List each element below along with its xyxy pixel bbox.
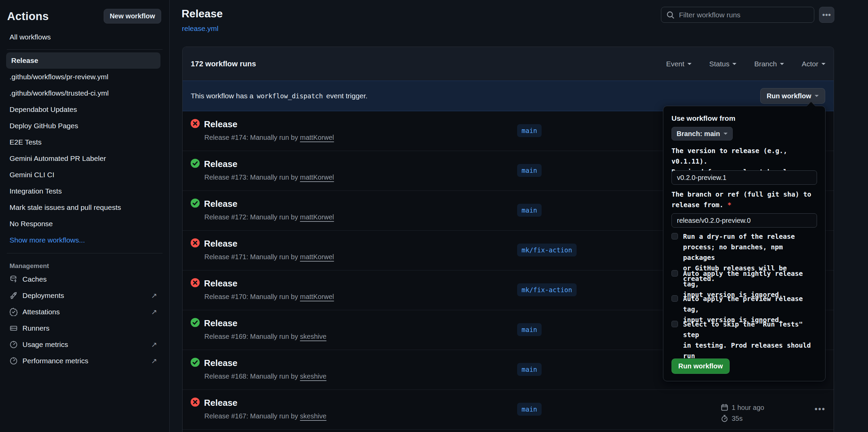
filter-label: Branch	[754, 60, 777, 68]
sidebar-item-all-workflows[interactable]: All workflows	[0, 23, 169, 45]
search-icon	[666, 11, 675, 19]
run-title-link[interactable]: Release	[204, 358, 237, 368]
sidebar-item-performance-metrics[interactable]: Performance metrics↗	[0, 353, 169, 369]
run-description: Release #167: Manually run by skeshive	[204, 412, 326, 420]
external-link-icon: ↗	[151, 340, 157, 349]
sidebar-item-usage-metrics[interactable]: Usage metrics↗	[0, 336, 169, 353]
chevron-down-icon	[687, 63, 692, 67]
run-workflow-dropdown-button[interactable]: Run workflow	[760, 88, 825, 104]
checkbox[interactable]	[671, 321, 678, 327]
actor-link[interactable]: skeshive	[300, 412, 326, 420]
actor-link[interactable]: mattKorwel	[300, 293, 334, 300]
run-title-link[interactable]: Release	[204, 199, 237, 209]
new-workflow-button[interactable]: New workflow	[104, 9, 161, 23]
sidebar-item-deployments[interactable]: Deployments↗	[0, 287, 169, 304]
sidebar-item-label: Runners	[22, 324, 157, 332]
sidebar-workflow-item[interactable]: Integration Tests	[0, 183, 169, 199]
server-icon	[10, 324, 18, 332]
run-title-link[interactable]: Release	[204, 278, 237, 289]
workflow-overflow-menu-button[interactable]: •••	[819, 7, 834, 23]
external-link-icon: ↗	[151, 357, 157, 365]
page-title: Release	[182, 7, 223, 20]
sidebar-item-release-selected[interactable]: Release	[6, 52, 160, 69]
branch-badge[interactable]: main	[517, 323, 542, 336]
actor-link[interactable]: mattKorwel	[300, 173, 334, 181]
branch-badge[interactable]: mk/fix-action	[517, 244, 577, 256]
sidebar-workflow-item[interactable]: Gemini CLI CI	[0, 167, 169, 183]
workflow-run-row-partial	[183, 430, 834, 432]
show-more-workflows-link[interactable]: Show more workflows...	[0, 232, 169, 248]
filter-workflow-runs-box	[661, 7, 814, 23]
gauge-icon	[10, 340, 18, 349]
checkbox[interactable]	[671, 233, 678, 239]
sidebar-workflow-item[interactable]: Deploy GitHub Pages	[0, 118, 169, 134]
checkbox[interactable]	[671, 295, 678, 302]
run-description: Release #173: Manually run by mattKorwel	[204, 173, 334, 181]
sidebar-item-runners[interactable]: Runners	[0, 320, 169, 336]
ref-input[interactable]	[671, 213, 817, 228]
sidebar-item-caches[interactable]: Caches	[0, 271, 169, 287]
filter-dropdown-actor[interactable]: Actor	[802, 60, 826, 68]
filter-workflow-runs-input[interactable]	[679, 11, 809, 19]
run-title-link[interactable]: Release	[204, 398, 237, 408]
actions-sidebar: Actions New workflow All workflows Relea…	[0, 0, 170, 432]
run-title-link[interactable]: Release	[204, 159, 237, 169]
sidebar-workflow-item[interactable]: No Response	[0, 216, 169, 232]
sidebar-item-attestations[interactable]: Attestations↗	[0, 304, 169, 320]
run-options-kebab-icon[interactable]: •••	[815, 404, 826, 414]
filter-label: Event	[666, 60, 684, 68]
sidebar-item-label: Deployments	[22, 292, 146, 300]
sidebar-workflow-item[interactable]: Mark stale issues and pull requests	[0, 199, 169, 216]
chevron-down-icon	[780, 63, 784, 67]
verified-icon	[10, 308, 18, 316]
run-title-link[interactable]: Release	[204, 318, 237, 329]
run-description: Release #172: Manually run by mattKorwel	[204, 213, 334, 221]
filter-dropdown-branch[interactable]: Branch	[754, 60, 784, 68]
sidebar-workflow-item[interactable]: .github/workflows/trusted-ci.yml	[0, 85, 169, 101]
version-input[interactable]	[671, 170, 817, 185]
branch-badge[interactable]: mk/fix-action	[517, 283, 577, 296]
chevron-down-icon	[815, 95, 819, 99]
failure-icon	[190, 119, 200, 128]
run-workflow-panel: Use workflow from Branch: main The versi…	[663, 106, 826, 381]
banner-text: This workflow has a workflow_dispatch ev…	[191, 92, 368, 100]
checkbox[interactable]	[671, 270, 678, 277]
run-title-link[interactable]: Release	[204, 238, 237, 249]
run-description: Release #169: Manually run by skeshive	[204, 333, 326, 340]
run-description: Release #170: Manually run by mattKorwel	[204, 293, 334, 301]
branch-selector-button[interactable]: Branch: main	[671, 127, 733, 140]
run-description: Release #168: Manually run by skeshive	[204, 372, 326, 380]
sidebar-item-label: Usage metrics	[22, 340, 146, 349]
sidebar-workflow-item[interactable]: Gemini Automated PR Labeler	[0, 150, 169, 167]
sidebar-divider	[7, 49, 163, 50]
actor-link[interactable]: skeshive	[300, 333, 326, 340]
sidebar-workflow-item[interactable]: .github/workflows/pr-review.yml	[0, 69, 169, 85]
filter-label: Actor	[802, 60, 818, 68]
branch-badge[interactable]: main	[517, 403, 542, 416]
branch-badge[interactable]: main	[517, 363, 542, 376]
branch-badge[interactable]: main	[517, 204, 542, 217]
filter-dropdown-status[interactable]: Status	[709, 60, 737, 68]
branch-badge[interactable]: main	[517, 164, 542, 177]
external-link-icon: ↗	[151, 292, 157, 300]
workflow-dispatch-code: workflow_dispatch	[255, 92, 324, 100]
sidebar-title: Actions	[7, 10, 49, 23]
run-workflow-submit-button[interactable]: Run workflow	[671, 359, 730, 374]
rocket-icon	[10, 292, 18, 300]
sidebar-workflow-item[interactable]: Dependabot Updates	[0, 101, 169, 118]
sidebar-item-label: Performance metrics	[22, 357, 146, 365]
workflow-file-link[interactable]: release.yml	[182, 24, 218, 33]
sidebar-item-label: Attestations	[22, 308, 146, 316]
run-description: Release #171: Manually run by mattKorwel	[204, 253, 334, 261]
actor-link[interactable]: mattKorwel	[300, 213, 334, 221]
sidebar-divider	[7, 253, 163, 253]
branch-badge[interactable]: main	[517, 124, 542, 137]
actor-link[interactable]: mattKorwel	[300, 134, 334, 141]
run-title-link[interactable]: Release	[204, 119, 237, 130]
actor-link[interactable]: mattKorwel	[300, 253, 334, 261]
workflow-list-items: .github/workflows/pr-review.yml.github/w…	[0, 69, 169, 248]
sidebar-workflow-item[interactable]: E2E Tests	[0, 134, 169, 150]
actor-link[interactable]: skeshive	[300, 372, 326, 380]
stopwatch-icon	[721, 415, 728, 422]
filter-dropdown-event[interactable]: Event	[666, 60, 692, 68]
